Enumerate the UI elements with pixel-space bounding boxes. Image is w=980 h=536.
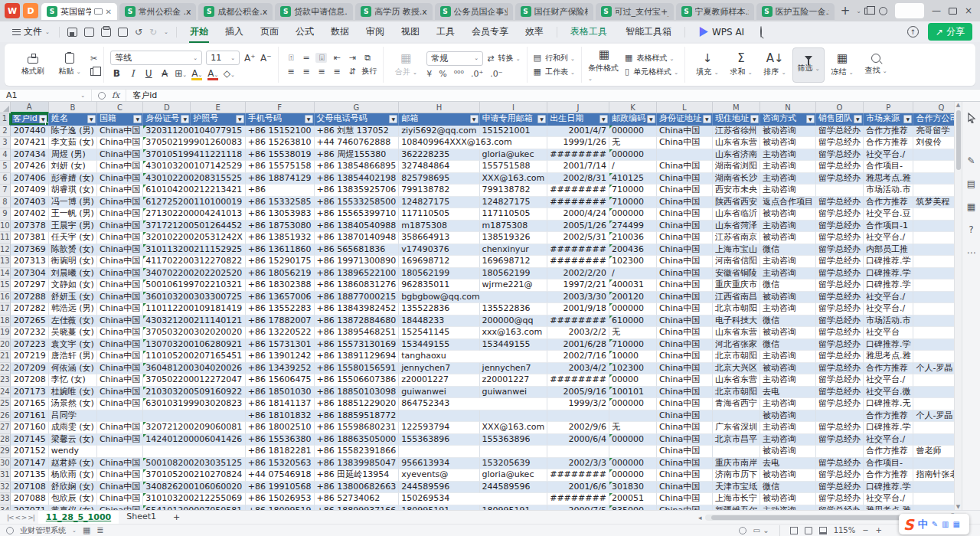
cell[interactable]	[97, 410, 143, 423]
cell[interactable]	[816, 185, 864, 197]
cell[interactable]	[913, 185, 954, 197]
cell[interactable]: 310113200211152925	[143, 244, 246, 257]
cell[interactable]: 留学总经办	[816, 268, 864, 280]
cell[interactable]: guiwanwei	[480, 387, 548, 399]
cell[interactable]: 何依涵 (女)	[49, 363, 97, 375]
font-size-select[interactable]: 11⌄	[206, 51, 240, 65]
cell[interactable]: China中国	[97, 303, 143, 315]
cell[interactable]	[143, 446, 246, 458]
cell[interactable]: +86 18002510	[246, 422, 315, 434]
cell[interactable]: China中国	[97, 387, 143, 399]
cell[interactable]: 主动咨询	[760, 221, 816, 233]
cell[interactable]: 济南市历下	[713, 469, 760, 482]
cell[interactable]: 2002/2/20	[547, 268, 609, 280]
cell[interactable]: 被动咨询	[760, 410, 816, 423]
filter-dropdown-icon[interactable]: ▼	[647, 115, 655, 123]
cell[interactable]: 117110505	[480, 208, 548, 221]
cell[interactable]	[816, 446, 864, 458]
cell[interactable]	[913, 327, 954, 339]
cell[interactable]: +86 13895468251	[315, 327, 400, 339]
cell[interactable]: 个人-罗晶	[913, 410, 954, 423]
cell[interactable]: +86 19971300890	[315, 256, 400, 268]
cell[interactable]: ziyi5692@qq.com	[399, 126, 479, 138]
cell[interactable]: 无	[609, 422, 657, 434]
cell[interactable]: 去电	[760, 387, 816, 399]
document-tab[interactable]: S高学历 教授.xlsx	[355, 3, 432, 20]
cell[interactable]: 124827175	[480, 197, 548, 209]
cell[interactable]: 留学总经办	[816, 339, 864, 351]
header-cell[interactable]: 国籍▼	[97, 113, 143, 126]
document-tab[interactable]: S成都公积金.xlsx	[198, 3, 273, 20]
menu-tab-开始[interactable]: 开始	[181, 22, 217, 41]
cell[interactable]: +86 15290175	[246, 256, 315, 268]
cell[interactable]: 2002/3/3	[547, 458, 609, 470]
ime-keyboard-icon[interactable]: ▦	[953, 520, 960, 528]
cell[interactable]: 指南针张老	[913, 469, 954, 482]
cell[interactable]: 340702200202202520	[143, 268, 246, 280]
side-tool-icon[interactable]: ▤	[967, 178, 975, 189]
sheet-nav-arrows[interactable]: |< < > >|	[5, 514, 37, 521]
font-color-button[interactable]: A⌄	[207, 68, 219, 79]
filter-dropdown-icon[interactable]: ▼	[305, 115, 313, 123]
align-left-icon[interactable]: ≡	[285, 67, 296, 77]
cell[interactable]: China中国	[97, 458, 143, 470]
cell[interactable]: 微信	[760, 482, 816, 494]
cell[interactable]: 合作项目-	[864, 161, 914, 173]
save-icon[interactable]	[67, 28, 77, 37]
cell[interactable]: 358664913	[399, 232, 479, 244]
cell[interactable]: 袁文宇 (女)	[49, 339, 97, 351]
column-header-D[interactable]: D	[143, 102, 191, 113]
cell[interactable]: 雅思考点.雅	[864, 173, 914, 185]
row-number[interactable]: 27	[0, 422, 11, 434]
cell[interactable]: 留学总经办	[816, 292, 864, 304]
cell[interactable]: ########	[547, 256, 609, 268]
cell[interactable]: +86 18851229020	[315, 398, 400, 410]
cell[interactable]	[913, 268, 954, 280]
row-number[interactable]: 21	[0, 351, 11, 363]
decrease-decimal-icon[interactable]: .0⁻	[490, 69, 502, 79]
cell[interactable]: 2005/9/16	[547, 387, 609, 399]
cell[interactable]: 110112200109181419	[143, 303, 246, 315]
cell[interactable]: +86 565681836	[315, 244, 400, 257]
cell[interactable]: 留学总经办	[816, 493, 864, 505]
cell[interactable]: 口碑推荐.无	[864, 398, 914, 410]
conditional-format-button[interactable]: ▦ 条件格式 ⌄	[588, 47, 620, 83]
cell[interactable]: China中国	[657, 244, 713, 257]
cell[interactable]: 雅思考点.雅	[864, 351, 914, 363]
cell[interactable]: +86 18850103098	[315, 387, 400, 399]
system-name-label[interactable]: 业财管理系统	[20, 525, 66, 536]
cell[interactable]: 赵君婷 (女)	[49, 458, 97, 470]
document-tab[interactable]: S贷款申请信息.xlsx	[275, 3, 353, 20]
cell[interactable]: 重庆重庆市	[713, 279, 760, 292]
cell[interactable]: XXX@163.com	[480, 173, 548, 185]
cell[interactable]: 北京大兴区	[713, 363, 760, 375]
vertical-scroll-thumb[interactable]	[956, 110, 961, 170]
highlight-color-button[interactable]: A⌄	[191, 68, 203, 79]
increase-font-icon[interactable]: A⁺	[243, 53, 256, 64]
cell[interactable]: 陕西省西安	[713, 197, 760, 209]
cell[interactable]	[913, 339, 954, 351]
zoom-in-button[interactable]: +	[876, 526, 882, 534]
system-chevron-icon[interactable]: ⌄	[72, 528, 77, 534]
align-middle-icon[interactable]: =	[300, 53, 312, 63]
column-header-P[interactable]: P	[864, 102, 914, 113]
cell[interactable]: 500108200203035125	[143, 458, 246, 470]
cell[interactable]: +86 13840540988	[315, 221, 400, 233]
cell[interactable]: 主动咨询	[760, 303, 816, 315]
cell[interactable]: 2003/4/2	[547, 363, 609, 375]
cell[interactable]: 271302200004241013	[143, 208, 246, 221]
cell[interactable]: 合作项目-	[864, 458, 914, 470]
align-top-icon[interactable]: ⍐	[285, 53, 296, 63]
header-cell[interactable]: 邮政编码▼	[609, 113, 657, 126]
cell[interactable]: 2003/2/2	[547, 327, 609, 339]
cell[interactable]: 000000	[609, 398, 657, 410]
row-number[interactable]: 1	[0, 113, 11, 126]
cell[interactable]: 207378	[11, 221, 49, 233]
cell[interactable]: guiwanwei	[399, 387, 479, 399]
cell[interactable]: 合作方推荐	[864, 469, 914, 482]
cell[interactable]: 155363896	[399, 434, 479, 446]
cell[interactable]: 被动咨询	[760, 292, 816, 304]
zoom-out-button[interactable]: −	[862, 526, 868, 534]
cell[interactable]: 150269534	[399, 493, 547, 505]
header-cell[interactable]: 姓名▼	[49, 113, 97, 126]
